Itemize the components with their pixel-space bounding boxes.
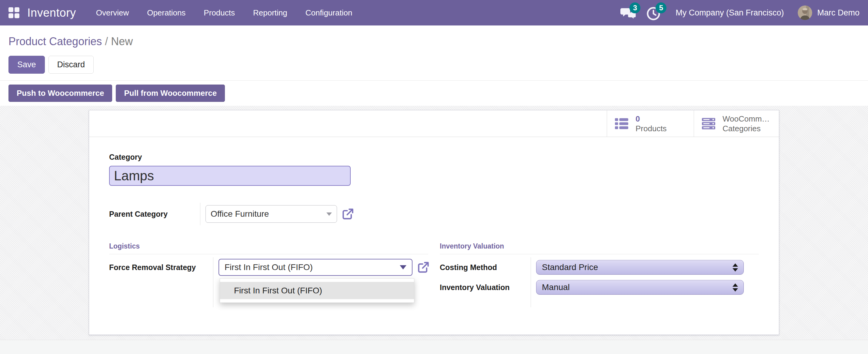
push-to-woocommerce-button[interactable]: Push to Woocommerce (8, 85, 112, 102)
breadcrumb: Product Categories / New (0, 26, 868, 48)
breadcrumb-parent[interactable]: Product Categories (8, 35, 102, 47)
stat-button-products[interactable]: 0 Products (607, 110, 694, 137)
stat-button-woocommerce-categories[interactable]: WooComm… Categories (694, 110, 779, 137)
parent-category-external-link-icon[interactable] (342, 208, 354, 220)
chevron-down-icon[interactable] (327, 213, 332, 216)
apps-menu-icon[interactable] (8, 7, 20, 18)
sheet-header: 0 Products (89, 110, 779, 137)
activities-icon[interactable]: 5 (647, 5, 662, 21)
avatar-image (798, 5, 812, 20)
parent-category-label: Parent Category (109, 210, 200, 219)
nav-item-products[interactable]: Products (194, 0, 244, 26)
chevron-down-icon[interactable] (400, 265, 406, 269)
category-input[interactable] (109, 166, 351, 186)
form-groups: Logistics Force Removal Strategy First I… (109, 242, 759, 307)
inventory-valuation-select[interactable]: Manual (536, 280, 744, 295)
dropdown-option-fifo[interactable]: First In First Out (FIFO) (220, 282, 414, 299)
form-sheet: 0 Products (89, 110, 779, 335)
costing-method-label: Costing Method (440, 257, 531, 277)
select-updown-icon (733, 263, 738, 271)
control-panel: Product Categories / New Save Discard Pu… (0, 26, 868, 106)
nav-item-operations[interactable]: Operations (138, 0, 194, 26)
activities-badge: 5 (655, 2, 666, 13)
woocommerce-line1: WooComm… (722, 114, 770, 124)
page-footer (0, 340, 868, 354)
company-switcher[interactable]: My Company (San Francisco) (676, 8, 784, 18)
products-label: Products (636, 124, 667, 133)
save-button[interactable]: Save (8, 56, 45, 74)
inventory-valuation-group: Inventory Valuation Costing Method Inven… (440, 242, 759, 307)
inventory-valuation-value: Manual (542, 283, 570, 292)
logistics-title: Logistics (109, 242, 428, 254)
user-avatar[interactable] (798, 5, 812, 20)
inventory-valuation-title: Inventory Valuation (440, 242, 759, 254)
user-menu[interactable]: Marc Demo (817, 8, 860, 18)
parent-category-value: Office Furniture (211, 209, 269, 219)
inventory-valuation-label: Inventory Valuation (440, 277, 531, 297)
parent-category-row: Parent Category Office Furniture (109, 203, 759, 225)
messages-icon[interactable]: 3 (620, 5, 636, 21)
force-removal-external-link-icon[interactable] (417, 261, 430, 273)
pull-from-woocommerce-button[interactable]: Pull from Woocommerce (116, 85, 225, 102)
statusbar: Push to Woocommerce Pull from Woocommerc… (0, 80, 868, 106)
category-label: Category (109, 153, 759, 162)
parent-category-combobox[interactable]: Office Furniture (206, 205, 337, 223)
select-updown-icon (733, 283, 738, 292)
content-area: 0 Products (0, 106, 868, 340)
force-removal-strategy-combobox[interactable]: First In First Out (FIFO) First In First… (218, 259, 412, 276)
app-name[interactable]: Inventory (27, 6, 76, 20)
nav-menu: Overview Operations Products Reporting C… (87, 0, 362, 26)
nav-item-overview[interactable]: Overview (87, 0, 138, 26)
server-icon (701, 117, 716, 131)
force-removal-strategy-value: First In First Out (FIFO) (224, 262, 313, 272)
discard-button[interactable]: Discard (49, 56, 94, 74)
nav-item-configuration[interactable]: Configuration (297, 0, 362, 26)
sheet-body: Category Parent Category Office Furnitur… (89, 137, 779, 334)
nav-item-reporting[interactable]: Reporting (244, 0, 297, 26)
costing-method-select[interactable]: Standard Price (536, 260, 744, 275)
top-nav: Inventory Overview Operations Products R… (0, 0, 868, 26)
logistics-group: Logistics Force Removal Strategy First I… (109, 242, 440, 307)
products-count: 0 (636, 114, 667, 124)
woocommerce-line2: Categories (722, 124, 770, 133)
th-list-icon (614, 117, 629, 131)
force-removal-strategy-label: Force Removal Strategy (109, 257, 213, 277)
messages-badge: 3 (629, 2, 641, 13)
removal-strategy-dropdown: First In First Out (FIFO) (220, 278, 414, 303)
actions-row: Save Discard (0, 48, 868, 80)
costing-method-value: Standard Price (542, 262, 598, 272)
